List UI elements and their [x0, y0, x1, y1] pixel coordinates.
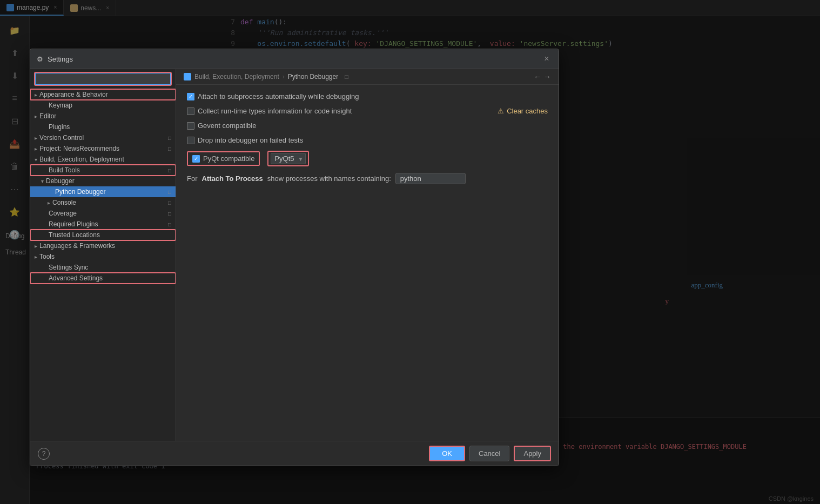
- tree-item-required-plugins[interactable]: Required Plugins□: [30, 219, 176, 230]
- tree-label-build-execution-deployment: Build, Execution, Deployment: [39, 156, 171, 163]
- settings-tree: ▸Appearance & BehaviorKeymap▸EditorPlugi…: [30, 69, 176, 441]
- pyqt-select-container: PyQt4 PyQt5 PyQt6 ▼: [271, 153, 306, 164]
- settings-dialog: ⚙ Settings × ▸Appearance & BehaviorKeyma…: [30, 49, 559, 466]
- warning-icon: ⚠: [498, 107, 504, 115]
- tree-item-tools[interactable]: ▸Tools: [30, 251, 176, 262]
- tree-badge-coverage: □: [168, 211, 171, 217]
- tree-label-version-control: Version Control: [39, 134, 168, 142]
- tree-label-build-tools: Build Tools: [49, 166, 168, 174]
- tree-badge-required-plugins: □: [168, 221, 171, 227]
- tree-item-plugins[interactable]: Plugins: [30, 122, 176, 132]
- attach-process-prefix: For: [187, 174, 198, 183]
- tree-item-editor[interactable]: ▸Editor: [30, 111, 176, 122]
- tree-arrow-appearance-behavior: ▸: [35, 92, 37, 98]
- content-main: Attach to subprocess automatically while…: [176, 85, 559, 441]
- tree-badge-version-control: □: [168, 135, 171, 141]
- tree-badge-console: □: [168, 200, 171, 206]
- tree-item-appearance-behavior[interactable]: ▸Appearance & Behavior: [30, 89, 176, 100]
- settings-gear-icon: ⚙: [37, 55, 43, 63]
- tree-label-keymap: Keymap: [49, 102, 171, 109]
- gevent-text: Gevent compatible: [198, 122, 256, 130]
- tree-label-settings-sync: Settings Sync: [49, 264, 171, 271]
- tree-item-version-control[interactable]: ▸Version Control□: [30, 132, 176, 143]
- settings-content-panel: Build, Execution, Deployment › Python De…: [176, 69, 559, 441]
- pyqt-checkbox-wrapper: PyQt compatible: [187, 151, 260, 166]
- tree-label-console: Console: [52, 199, 168, 206]
- tree-item-console[interactable]: ▸Console□: [30, 197, 176, 208]
- tree-item-python-debugger[interactable]: Python Debugger□: [30, 186, 176, 197]
- breadcrumb-separator: ›: [283, 73, 285, 80]
- tree-arrow-project-newsrecommends: ▸: [35, 146, 37, 152]
- tree-container: ▸Appearance & BehaviorKeymap▸EditorPlugi…: [30, 89, 176, 284]
- nav-arrows: ← →: [534, 72, 551, 81]
- dialog-title-bar: ⚙ Settings ×: [30, 49, 559, 69]
- tree-label-advanced-settings: Advanced Settings: [49, 274, 171, 282]
- tree-arrow-editor: ▸: [35, 113, 37, 119]
- gevent-checkbox[interactable]: [187, 122, 194, 130]
- tree-item-build-tools[interactable]: Build Tools□: [30, 165, 176, 176]
- tree-arrow-console: ▸: [48, 200, 50, 206]
- tree-item-languages-frameworks[interactable]: ▸Languages & Frameworks: [30, 240, 176, 251]
- tree-item-debugger[interactable]: ▾Debugger: [30, 176, 176, 186]
- tree-badge-project-newsrecommends: □: [168, 146, 171, 152]
- setting-row-collect-runtime: Collect run-time types information for c…: [187, 107, 548, 115]
- pyqt-version-select[interactable]: PyQt4 PyQt5 PyQt6: [271, 153, 306, 164]
- tree-item-trusted-locations[interactable]: Trusted Locations: [30, 230, 176, 240]
- dialog-footer: ? OK Cancel Apply: [30, 441, 559, 466]
- nav-back-button[interactable]: ←: [534, 72, 541, 81]
- tree-item-settings-sync[interactable]: Settings Sync: [30, 262, 176, 273]
- drop-debugger-text: Drop into debugger on failed tests: [198, 136, 303, 144]
- breadcrumb-current: Python Debugger: [288, 73, 338, 80]
- search-box-container: [30, 69, 176, 89]
- attach-process-bold: Attach To Process: [202, 174, 263, 183]
- tree-item-advanced-settings[interactable]: Advanced Settings: [30, 273, 176, 284]
- nav-forward-button[interactable]: →: [543, 72, 551, 81]
- tree-badge-python-debugger: □: [168, 189, 171, 195]
- cancel-button[interactable]: Cancel: [469, 446, 509, 461]
- tree-label-required-plugins: Required Plugins: [49, 220, 168, 228]
- tree-label-tools: Tools: [39, 253, 171, 260]
- setting-row-pyqt: PyQt compatible PyQt4 PyQt5 PyQt6 ▼: [187, 151, 548, 166]
- clear-caches-label: Clear caches: [507, 107, 548, 115]
- setting-row-drop-debugger: Drop into debugger on failed tests: [187, 136, 548, 144]
- tree-item-build-execution-deployment[interactable]: ▾Build, Execution, Deployment: [30, 154, 176, 165]
- tree-item-keymap[interactable]: Keymap: [30, 100, 176, 111]
- setting-row-attach-subprocess: Attach to subprocess automatically while…: [187, 92, 548, 100]
- tree-arrow-languages-frameworks: ▸: [35, 243, 37, 249]
- attach-subprocess-checkbox[interactable]: [187, 93, 194, 100]
- tree-label-project-newsrecommends: Project: NewsRecommends: [39, 145, 168, 152]
- process-name-input[interactable]: [395, 173, 466, 184]
- help-button[interactable]: ?: [38, 448, 50, 460]
- apply-button[interactable]: Apply: [514, 446, 551, 461]
- tree-label-languages-frameworks: Languages & Frameworks: [39, 242, 171, 250]
- tree-arrow-build-execution-deployment: ▾: [35, 157, 37, 163]
- collect-runtime-text: Collect run-time types information for c…: [198, 107, 352, 115]
- breadcrumb-part-1: Build, Execution, Deployment: [194, 73, 279, 80]
- gevent-label[interactable]: Gevent compatible: [187, 122, 256, 130]
- dialog-close-button[interactable]: ×: [541, 53, 552, 64]
- collect-runtime-checkbox[interactable]: [187, 107, 194, 115]
- pyqt-compatible-checkbox[interactable]: [192, 155, 200, 163]
- tree-item-project-newsrecommends[interactable]: ▸Project: NewsRecommends□: [30, 143, 176, 154]
- collect-runtime-label[interactable]: Collect run-time types information for c…: [187, 107, 352, 115]
- attach-subprocess-label[interactable]: Attach to subprocess automatically while…: [187, 92, 359, 100]
- drop-debugger-checkbox[interactable]: [187, 137, 194, 144]
- ok-button[interactable]: OK: [429, 446, 465, 461]
- breadcrumb: Build, Execution, Deployment › Python De…: [176, 69, 559, 85]
- pyqt-select-wrapper: PyQt4 PyQt5 PyQt6 ▼: [267, 151, 309, 166]
- dialog-title: Settings: [48, 55, 73, 63]
- drop-debugger-label[interactable]: Drop into debugger on failed tests: [187, 136, 303, 144]
- tree-label-coverage: Coverage: [49, 210, 168, 217]
- tree-arrow-version-control: ▸: [35, 135, 37, 141]
- dialog-body: ▸Appearance & BehaviorKeymap▸EditorPlugi…: [30, 69, 559, 441]
- pyqt-compatible-text: PyQt compatible: [203, 154, 254, 163]
- tree-item-coverage[interactable]: Coverage□: [30, 208, 176, 219]
- clear-caches-button[interactable]: ⚠ Clear caches: [498, 107, 548, 115]
- settings-search-input[interactable]: [35, 72, 171, 85]
- tree-arrow-tools: ▸: [35, 254, 37, 260]
- attach-process-suffix: show processes with names containing:: [267, 174, 391, 183]
- tree-label-python-debugger: Python Debugger: [55, 188, 168, 196]
- breadcrumb-badge: □: [345, 73, 348, 80]
- tree-label-appearance-behavior: Appearance & Behavior: [39, 91, 171, 98]
- setting-row-gevent: Gevent compatible: [187, 122, 548, 130]
